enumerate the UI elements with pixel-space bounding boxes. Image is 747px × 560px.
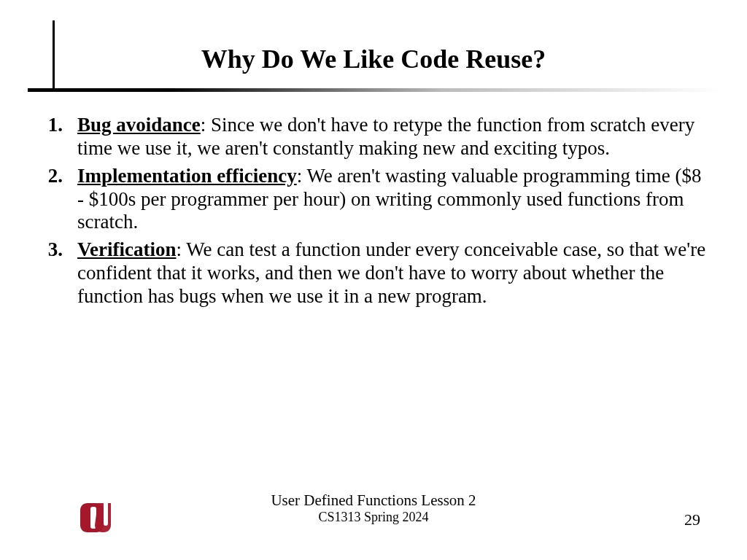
list-item: 1. Bug avoidance: Since we don't have to… [36, 114, 711, 160]
slide-title: Why Do We Like Code Reuse? [0, 44, 747, 88]
title-vertical-rule [53, 20, 55, 92]
slide: Why Do We Like Code Reuse? 1. Bug avoida… [0, 0, 747, 560]
footer-subtitle: CS1313 Spring 2024 [0, 510, 747, 525]
item-term: Verification [77, 238, 176, 260]
item-number: 2. [36, 165, 77, 235]
list-item: 3. Verification: We can test a function … [36, 238, 711, 308]
content-list: 1. Bug avoidance: Since we don't have to… [36, 114, 711, 313]
footer: User Defined Functions Lesson 2 CS1313 S… [0, 491, 747, 535]
item-body: Implementation efficiency: We aren't was… [77, 165, 711, 235]
item-body: Bug avoidance: Since we don't have to re… [77, 114, 711, 160]
item-number: 1. [36, 114, 77, 160]
item-number: 3. [36, 238, 77, 308]
title-horizontal-rule [28, 88, 719, 92]
footer-title: User Defined Functions Lesson 2 [0, 491, 747, 510]
footer-center: User Defined Functions Lesson 2 CS1313 S… [0, 491, 747, 525]
page-number: 29 [684, 510, 700, 529]
item-body: Verification: We can test a function und… [77, 238, 711, 308]
list-item: 2. Implementation efficiency: We aren't … [36, 165, 711, 235]
item-term: Implementation efficiency [77, 165, 297, 187]
title-block: Why Do We Like Code Reuse? [0, 0, 747, 88]
item-term: Bug avoidance [77, 114, 201, 136]
